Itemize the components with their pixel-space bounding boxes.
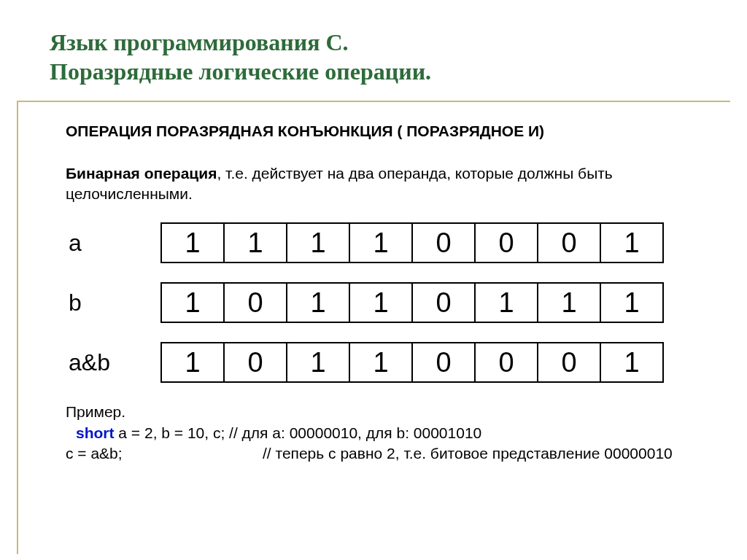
bit-cell: 1 [161, 223, 224, 262]
bit-cell: 0 [475, 223, 538, 262]
bit-cell: 0 [412, 343, 475, 382]
title-line-1: Язык программирования С. [50, 29, 349, 55]
row-b-table: 1 0 1 1 0 1 1 1 [160, 282, 664, 323]
bit-cell: 1 [600, 283, 663, 322]
bit-cell: 0 [412, 223, 475, 262]
example-line-2: c = a&b; // теперь с равно 2, т.е. битов… [66, 443, 708, 464]
bit-cell: 1 [224, 223, 287, 262]
horizontal-rule [17, 101, 730, 102]
bit-cell: 1 [349, 223, 412, 262]
bit-cell: 1 [161, 283, 224, 322]
keyword-short: short [76, 424, 115, 441]
row-a: a 1 1 1 1 0 0 0 1 [66, 222, 708, 263]
section-heading: ОПЕРАЦИЯ ПОРАЗРЯДНАЯ КОНЪЮНКЦИЯ ( ПОРАЗР… [66, 122, 708, 140]
bit-rows: a 1 1 1 1 0 0 0 1 b 1 0 1 1 [66, 222, 708, 383]
bit-cell: 1 [600, 343, 663, 382]
bit-cell: 0 [538, 223, 600, 262]
bit-cell: 1 [349, 283, 412, 322]
description-paragraph: Бинарная операция, т.е. действует на два… [66, 163, 708, 203]
slide: Язык программирования С. Поразрядные лог… [0, 0, 747, 560]
example-assign-lhs: c = a&b; [66, 443, 263, 464]
para-bold: Бинарная операция [66, 165, 217, 182]
vertical-rule [17, 102, 18, 554]
row-and-table: 1 0 1 1 0 0 0 1 [160, 342, 664, 383]
row-and: a&b 1 0 1 1 0 0 0 1 [66, 342, 708, 383]
example-line-1: short a = 2, b = 10, c; // для а: 000000… [66, 423, 708, 443]
row-a-table: 1 1 1 1 0 0 0 1 [160, 222, 664, 263]
bit-cell: 1 [600, 223, 663, 262]
row-and-label: a&b [66, 349, 160, 376]
bit-cell: 1 [475, 283, 538, 322]
row-b: b 1 0 1 1 0 1 1 1 [66, 282, 708, 323]
bit-cell: 1 [287, 343, 349, 382]
bit-cell: 1 [349, 343, 412, 382]
bit-cell: 1 [538, 283, 600, 322]
bit-cell: 0 [538, 343, 600, 382]
bit-cell: 1 [287, 283, 349, 322]
bit-cell: 1 [161, 343, 224, 382]
bit-cell: 1 [287, 223, 349, 262]
bit-cell: 0 [475, 343, 538, 382]
bit-cell: 0 [224, 283, 287, 322]
title-line-2: Поразрядные логические операции. [50, 58, 431, 85]
example-block: Пример. short a = 2, b = 10, c; // для а… [66, 402, 708, 464]
title-block: Язык программирования С. Поразрядные лог… [0, 0, 747, 96]
row-a-label: a [66, 230, 160, 257]
example-assign-rhs: // теперь с равно 2, т.е. битовое предст… [263, 443, 673, 464]
example-decl: a = 2, b = 10, c; // для а: 00000010, дл… [115, 424, 482, 441]
page-title: Язык программирования С. Поразрядные лог… [50, 28, 725, 86]
content-area: ОПЕРАЦИЯ ПОРАЗРЯДНАЯ КОНЪЮНКЦИЯ ( ПОРАЗР… [66, 122, 708, 464]
bit-cell: 0 [412, 283, 475, 322]
example-title: Пример. [66, 402, 708, 422]
row-b-label: b [66, 289, 160, 316]
bit-cell: 0 [224, 343, 287, 382]
